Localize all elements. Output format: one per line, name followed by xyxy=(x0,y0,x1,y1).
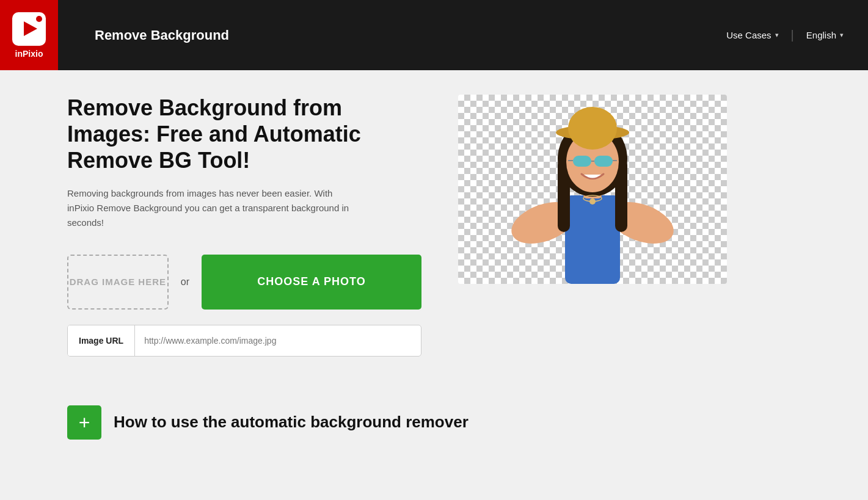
how-to-title: How to use the automatic background remo… xyxy=(114,413,469,432)
language-nav[interactable]: English ▾ xyxy=(800,27,850,43)
hero-description: Removing backgrounds from images has nev… xyxy=(67,186,360,230)
drop-zone-label: DRAG IMAGE HERE xyxy=(70,277,166,287)
language-chevron-icon: ▾ xyxy=(840,31,844,39)
logo[interactable]: inPixio xyxy=(0,0,58,70)
plus-icon: + xyxy=(79,413,90,432)
svg-point-17 xyxy=(589,198,596,205)
nav-divider: | xyxy=(791,28,794,42)
logo-dot xyxy=(36,16,42,22)
header-nav: Use Cases ▾ | English ▾ xyxy=(720,27,850,43)
url-input[interactable] xyxy=(135,336,421,346)
logo-brand-text: inPixio xyxy=(15,49,43,59)
use-cases-nav[interactable]: Use Cases ▾ xyxy=(720,27,784,43)
use-cases-chevron-icon: ▾ xyxy=(775,31,779,39)
content-row: Remove Background from Images: Free and … xyxy=(67,95,801,357)
green-plus-box: + xyxy=(67,405,101,440)
hero-title: Remove Background from Images: Free and … xyxy=(67,95,421,174)
svg-rect-11 xyxy=(573,156,591,167)
drop-zone[interactable]: DRAG IMAGE HERE xyxy=(67,255,169,310)
use-cases-label: Use Cases xyxy=(726,30,771,40)
page-title: Remove Background xyxy=(95,27,229,43)
logo-icon xyxy=(12,12,46,46)
upload-row: DRAG IMAGE HERE or CHOOSE A PHOTO xyxy=(67,255,421,310)
or-text: or xyxy=(181,277,189,288)
choose-photo-button[interactable]: CHOOSE A PHOTO xyxy=(202,255,421,310)
url-label: Image URL xyxy=(68,325,135,356)
language-label: English xyxy=(806,30,836,40)
how-to-section: + How to use the automatic background re… xyxy=(0,387,868,458)
url-row: Image URL xyxy=(67,325,421,357)
main-content: Remove Background from Images: Free and … xyxy=(0,70,868,387)
preview-container xyxy=(458,95,727,284)
svg-point-10 xyxy=(568,107,617,150)
header: inPixio Remove Background Use Cases ▾ | … xyxy=(0,0,868,70)
svg-rect-2 xyxy=(565,195,620,284)
svg-rect-12 xyxy=(594,156,613,167)
right-column xyxy=(458,95,727,284)
preview-image xyxy=(507,101,678,284)
left-column: Remove Background from Images: Free and … xyxy=(67,95,421,357)
